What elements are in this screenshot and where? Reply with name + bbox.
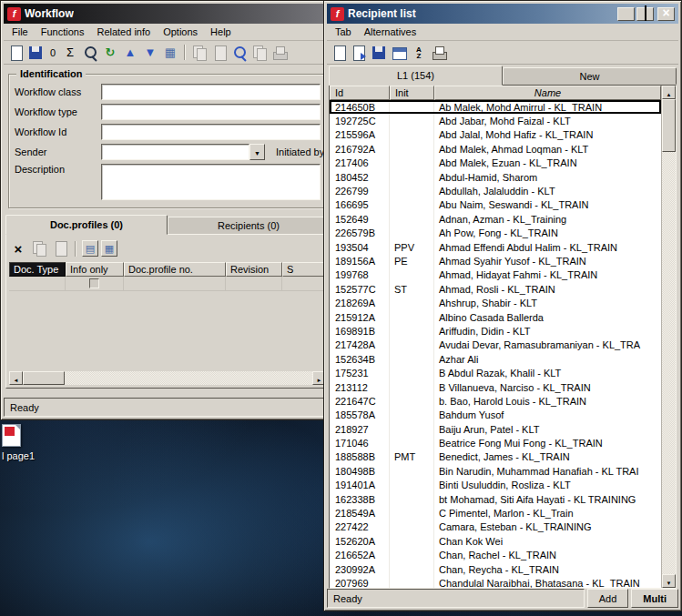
document-copy-icon[interactable] bbox=[210, 44, 229, 62]
recipient-row[interactable]: 152577CSTAhmad, Rosli - KL_TRAIN bbox=[330, 282, 661, 296]
recipient-row[interactable]: 185578ABahdum Yusof bbox=[330, 409, 661, 422]
remove-row-icon[interactable]: × bbox=[9, 239, 27, 258]
recipient-row[interactable]: 192725CAbd Jabar, Mohd Faizal - KLT bbox=[330, 114, 661, 127]
scroll-left-button[interactable] bbox=[9, 371, 23, 385]
new-document-icon[interactable] bbox=[6, 44, 25, 62]
column-name[interactable]: Name bbox=[434, 86, 661, 100]
tab-new[interactable]: New bbox=[503, 67, 677, 85]
column-s[interactable]: S bbox=[282, 262, 326, 277]
save-icon[interactable] bbox=[370, 44, 388, 62]
sort-az-icon[interactable] bbox=[410, 44, 428, 62]
column-doc-profile-no[interactable]: Doc.profile no. bbox=[124, 262, 226, 277]
search-icon[interactable] bbox=[81, 44, 99, 62]
scrollbar-thumb[interactable] bbox=[662, 99, 676, 152]
save-icon[interactable] bbox=[26, 44, 45, 62]
recipient-row[interactable]: 171046Beatrice Fong Mui Fong - KL_TRAIN bbox=[330, 436, 661, 449]
new-record-icon[interactable] bbox=[330, 44, 348, 62]
navigate-up-icon[interactable]: ▲ bbox=[121, 44, 139, 62]
scrollbar-track[interactable] bbox=[662, 152, 676, 574]
table-view-icon[interactable]: ▦ bbox=[161, 44, 179, 62]
multi-button[interactable]: Multi bbox=[631, 589, 678, 608]
recipient-row[interactable]: 152634BAzhar Ali bbox=[330, 352, 661, 366]
recipient-row[interactable]: 226579BAh Pow, Fong - KL_TRAIN bbox=[330, 227, 661, 240]
recipient-row[interactable]: 166695Abu Naim, Seswandi - KL_TRAIN bbox=[330, 198, 661, 212]
recipient-row[interactable]: 152649Adnan, Azman - KL_Training bbox=[330, 212, 661, 226]
recipient-row[interactable]: 221647Cb. Bao, Harold Louis - KL_TRAIN bbox=[330, 394, 661, 408]
sender-input[interactable] bbox=[101, 144, 249, 160]
copy-icon[interactable] bbox=[190, 44, 209, 62]
recipient-row[interactable]: 191401ABinti Usuluddin, Rosliza - KLT bbox=[330, 479, 661, 492]
copy-profile-icon[interactable] bbox=[30, 239, 48, 258]
print-icon[interactable] bbox=[430, 44, 448, 62]
navigate-down-icon[interactable]: ▼ bbox=[141, 44, 159, 62]
scroll-down-button[interactable] bbox=[662, 574, 676, 588]
zoom-in-icon[interactable] bbox=[230, 44, 249, 62]
recipient-row[interactable]: 216652AChan, Rachel - KL_TRAIN bbox=[330, 549, 661, 562]
table-view-icon[interactable] bbox=[390, 44, 408, 62]
recipient-titlebar[interactable]: Recipient list bbox=[327, 4, 678, 24]
recipient-row[interactable]: 218549AC Pimentel, Marlon - KL_Train bbox=[330, 506, 661, 520]
recipient-row[interactable]: 162338Bbt Mohamad, Siti Aifa Hayati - KL… bbox=[330, 492, 661, 506]
print-icon[interactable] bbox=[270, 44, 289, 62]
maximize-button[interactable] bbox=[636, 7, 654, 21]
menu-file[interactable]: File bbox=[5, 25, 35, 39]
tab-l1[interactable]: L1 (154) bbox=[329, 66, 503, 86]
recipient-row[interactable]: 213112B Villanueva, Narciso - KL_TRAIN bbox=[330, 380, 661, 394]
workflow-class-input[interactable] bbox=[101, 84, 321, 100]
column-info-only[interactable]: Info only bbox=[66, 262, 124, 277]
close-button[interactable] bbox=[657, 7, 675, 21]
add-button[interactable]: Add bbox=[587, 589, 629, 608]
column-init[interactable]: Init bbox=[390, 86, 434, 100]
doc-table-row[interactable] bbox=[9, 277, 326, 291]
recipient-row[interactable]: 218269AAhshrup, Shabir - KLT bbox=[330, 296, 661, 309]
tab-recipients[interactable]: Recipients (0) bbox=[168, 217, 330, 234]
recipient-row[interactable]: 230992AChan, Reycha - KL_TRAIN bbox=[330, 562, 661, 576]
recipient-row[interactable]: 207969Chandulal Naraibhai, Bhatasana - K… bbox=[330, 576, 661, 588]
menu-tab[interactable]: Tab bbox=[329, 25, 358, 39]
recipient-row[interactable]: 214650BAb Malek, Mohd Amirrul - KL_TRAIN bbox=[330, 100, 661, 114]
menu-options[interactable]: Options bbox=[157, 25, 204, 39]
open-profile-icon[interactable] bbox=[51, 239, 69, 258]
link-document-icon[interactable] bbox=[250, 44, 269, 62]
tab-doc-profiles[interactable]: Doc.profiles (0) bbox=[5, 215, 168, 235]
menu-functions[interactable]: Functions bbox=[35, 25, 91, 39]
scrollbar-track[interactable] bbox=[65, 371, 312, 385]
recipient-row[interactable]: 169891BAriffudin, Didin - KLT bbox=[330, 324, 661, 338]
workflow-id-input[interactable] bbox=[101, 124, 321, 140]
recipient-row[interactable]: 193504PPVAhmad Effendi Abdul Halim - KL_… bbox=[330, 240, 661, 254]
recipient-row[interactable]: 217428AAvudai Devar, Ramasubramaniyan - … bbox=[330, 338, 661, 352]
workflow-titlebar[interactable]: Workflow bbox=[4, 4, 331, 24]
column-id[interactable]: Id bbox=[330, 86, 390, 100]
recipient-row[interactable]: 152620AChan Kok Wei bbox=[330, 534, 661, 548]
scrollbar-thumb[interactable] bbox=[23, 371, 65, 385]
column-doc-type[interactable]: Doc. Type bbox=[9, 262, 66, 277]
vertical-scrollbar[interactable] bbox=[661, 86, 676, 588]
recipient-row[interactable]: 180452Abdul-Hamid, Sharom bbox=[330, 170, 661, 184]
minimize-button[interactable] bbox=[617, 7, 635, 21]
list-view-button[interactable]: ▤ bbox=[82, 240, 98, 257]
description-textarea[interactable] bbox=[101, 164, 321, 200]
sum-icon[interactable]: Σ bbox=[61, 44, 79, 62]
recipient-row[interactable]: 188588BPMTBenedict, James - KL_TRAIN bbox=[330, 450, 661, 464]
recipient-row[interactable]: 189156APEAhmad Syahir Yusof - KL_TRAIN bbox=[330, 254, 661, 268]
recipient-row[interactable]: 215912AAlbino Casada Ballerda bbox=[330, 310, 661, 324]
detail-view-button[interactable]: ▦ bbox=[101, 240, 117, 257]
recipient-row[interactable]: 218927Baiju Arun, Patel - KLT bbox=[330, 422, 661, 436]
desktop-icon-page1[interactable]: l page1 bbox=[2, 424, 66, 461]
recipient-row[interactable]: 216792AAbd Malek, Ahmad Loqman - KLT bbox=[330, 142, 661, 156]
recipient-row[interactable]: 227422Camara, Esteban - KL_TRAINING bbox=[330, 520, 661, 534]
workflow-type-input[interactable] bbox=[101, 104, 321, 120]
menu-help[interactable]: Help bbox=[204, 25, 238, 39]
info-only-checkbox[interactable] bbox=[89, 278, 99, 288]
menu-related-info[interactable]: Related info bbox=[90, 25, 157, 39]
sender-dropdown-button[interactable] bbox=[249, 144, 265, 160]
column-revision[interactable]: Revision bbox=[226, 262, 282, 277]
recipient-row[interactable]: 215596AAbd Jalal, Mohd Hafiz - KL_TRAIN bbox=[330, 128, 661, 142]
refresh-icon[interactable]: ↻ bbox=[101, 44, 119, 62]
recipient-row[interactable]: 217406Abd Malek, Ezuan - KL_TRAIN bbox=[330, 157, 661, 170]
scroll-up-button[interactable] bbox=[662, 86, 676, 99]
horizontal-scrollbar[interactable] bbox=[9, 371, 326, 385]
recipient-row[interactable]: 226799Abdullah, Jalaluddin - KLT bbox=[330, 184, 661, 197]
recipient-row[interactable]: 175231B Abdul Razak, Khalil - KLT bbox=[330, 366, 661, 379]
recipient-row[interactable]: 180498BBin Narudin, Muhammad Hanafiah - … bbox=[330, 464, 661, 478]
